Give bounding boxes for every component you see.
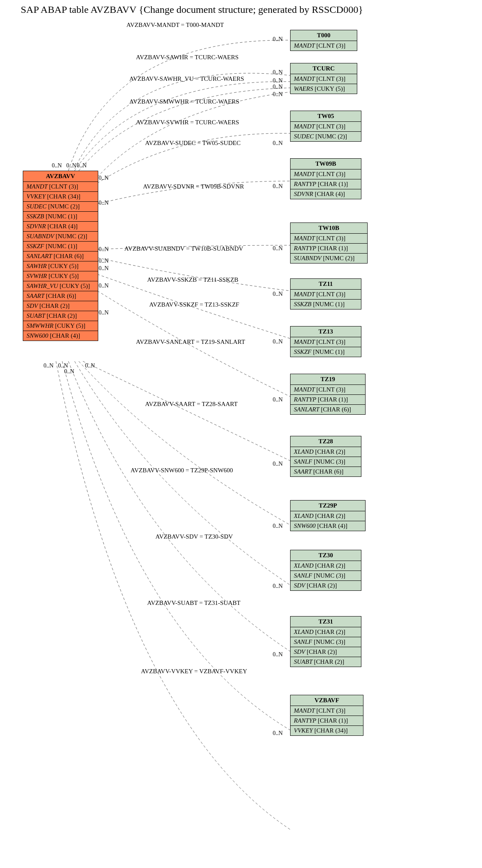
card-label: 0..N: [273, 461, 283, 467]
field-row: SAART [CHAR (6)]: [291, 467, 361, 476]
field-row: MANDT [CLNT (3)]: [291, 385, 365, 395]
field-row: SSKZF [NUMC (1)]: [291, 347, 361, 357]
field-row: SNW600 [CHAR (4)]: [23, 331, 98, 341]
field-row: SAWHR [CUKY (5)]: [23, 261, 98, 271]
entity-t000: T000 MANDT [CLNT (3)]: [290, 30, 357, 51]
card-label: 0..N: [273, 523, 283, 530]
field-row: SDV [CHAR (2)]: [291, 647, 361, 657]
card-label: 0..N: [44, 363, 53, 369]
rel-label: AVZBAVV-SAART = TZ28-SAART: [145, 401, 237, 408]
rel-label: AVZBAVV-SNW600 = TZ29P-SNW600: [131, 467, 233, 474]
rel-label: AVZBAVV-SVWHR = TCURC-WAERS: [136, 119, 239, 126]
rel-label: AVZBAVV-SAWHR = TCURC-WAERS: [136, 54, 239, 61]
field-row: MANDT [CLNT (3)]: [291, 169, 361, 179]
entity-tz28: TZ28 XLAND [CHAR (2)]SANLF [NUMC (3)]SAA…: [290, 436, 361, 477]
card-label: 0..N: [99, 246, 109, 253]
field-row: SANLART [CHAR (6)]: [23, 251, 98, 261]
field-row: SANLF [NUMC (3)]: [291, 571, 361, 581]
entity-tz29p: TZ29P XLAND [CHAR (2)]SNW600 [CHAR (4)]: [290, 500, 366, 531]
field-row: SDV [CHAR (2)]: [23, 301, 98, 311]
field-row: SUABNDV [NUMC (2)]: [291, 254, 367, 263]
entity-header: AVZBAVV: [23, 171, 98, 182]
field-row: VVKEY [CHAR (34)]: [23, 192, 98, 202]
field-row: SSKZF [NUMC (1)]: [23, 242, 98, 251]
field-row: RANTYP [CHAR (1)]: [291, 179, 361, 189]
field-row: WAERS [CUKY (5)]: [291, 84, 357, 94]
card-label: 0..N: [99, 258, 109, 264]
card-label: 0..N: [99, 283, 109, 289]
field-row: MANDT [CLNT (3)]: [291, 337, 361, 347]
field-row: SVWHR [CUKY (5)]: [23, 271, 98, 281]
card-label: 0..N: [273, 91, 283, 98]
rel-label: AVZBAVV-SSKZB = TZ11-SSKZB: [147, 276, 238, 283]
field-row: SUDEC [NUMC (2)]: [23, 202, 98, 212]
field-row: RANTYP [CHAR (1)]: [291, 395, 365, 405]
field-row: SNW600 [CHAR (4)]: [291, 521, 365, 531]
field-row: XLAND [CHAR (2)]: [291, 561, 361, 571]
card-label: 0..N: [52, 162, 62, 169]
card-label: 0..N: [77, 162, 87, 169]
rel-label: AVZBAVV-SANLART = TZ19-SANLART: [136, 338, 245, 346]
field-row: MANDT [CLNT (3)]: [291, 706, 363, 716]
entity-tcurc: TCURC MANDT [CLNT (3)]WAERS [CUKY (5)]: [290, 63, 357, 94]
field-row: XLAND [CHAR (2)]: [291, 511, 365, 521]
card-label: 0..N: [64, 368, 74, 375]
field-row: SUDEC [NUMC (2)]: [291, 132, 361, 141]
field-row: XLAND [CHAR (2)]: [291, 447, 361, 457]
rel-label: AVZBAVV-MANDT = T000-MANDT: [126, 22, 224, 29]
card-label: 0..N: [99, 265, 109, 272]
card-label: 0..N: [273, 183, 283, 190]
rel-label: AVZBAVV-SSKZF = TZ13-SSKZF: [149, 301, 239, 308]
card-label: 0..N: [273, 245, 283, 252]
card-label: 0..N: [273, 69, 283, 76]
field-row: MANDT [CLNT (3)]: [291, 290, 361, 300]
field-row: RANTYP [CHAR (1)]: [291, 716, 363, 726]
rel-label: AVZBAVV-SUABT = TZ31-SUABT: [147, 600, 240, 607]
field-row: SUABT [CHAR (2)]: [23, 311, 98, 321]
field-row: SUABT [CHAR (2)]: [291, 657, 361, 667]
entity-tw10b: TW10B MANDT [CLNT (3)]RANTYP [CHAR (1)]S…: [290, 222, 368, 264]
diagram-title: SAP ABAP table AVZBAVV {Change document …: [4, 4, 482, 15]
field-row: SSKZB [NUMC (1)]: [291, 300, 361, 309]
field-row: SAART [CHAR (6)]: [23, 291, 98, 301]
field-row: RANTYP [CHAR (1)]: [291, 244, 367, 254]
card-label: 0..N: [99, 200, 109, 206]
field-row: SDVNR [CHAR (4)]: [291, 189, 361, 199]
field-row: XLAND [CHAR (2)]: [291, 627, 361, 637]
card-label: 0..N: [66, 162, 76, 169]
field-row: SANLF [NUMC (3)]: [291, 637, 361, 647]
field-row: SMWWHR [CUKY (5)]: [23, 321, 98, 331]
erd-canvas: AVZBAVV MANDT [CLNT (3)]VVKEY [CHAR (34)…: [4, 17, 478, 863]
card-label: 0..N: [273, 291, 283, 297]
field-row: MANDT [CLNT (3)]: [291, 74, 357, 84]
entity-tz19: TZ19 MANDT [CLNT (3)]RANTYP [CHAR (1)]SA…: [290, 374, 366, 415]
card-label: 0..N: [99, 175, 109, 181]
field-row: MANDT [CLNT (3)]: [23, 182, 98, 192]
rel-label: AVZBAVV-SUDEC = TW05-SUDEC: [145, 140, 240, 147]
field-row: MANDT [CLNT (3)]: [291, 234, 367, 244]
field-row: MANDT [CLNT (3)]: [291, 41, 357, 51]
card-label: 0..N: [273, 77, 283, 84]
rel-label: AVZBAVV-SAWHR_VU = TCURC-WAERS: [129, 75, 244, 82]
card-label: 0..N: [85, 363, 95, 369]
field-row: MANDT [CLNT (3)]: [291, 122, 361, 132]
field-row: SDV [CHAR (2)]: [291, 581, 361, 590]
entity-tz31: TZ31 XLAND [CHAR (2)]SANLF [NUMC (3)]SDV…: [290, 616, 361, 667]
card-label: 0..N: [273, 140, 283, 147]
field-row: SUABNDV [NUMC (2)]: [23, 232, 98, 242]
card-label: 0..N: [273, 84, 283, 90]
field-row: SSKZB [NUMC (1)]: [23, 212, 98, 222]
entity-tz13: TZ13 MANDT [CLNT (3)]SSKZF [NUMC (1)]: [290, 326, 361, 357]
entity-avzbavv: AVZBAVV MANDT [CLNT (3)]VVKEY [CHAR (34)…: [23, 171, 98, 341]
rel-label: AVZBAVV-SDV = TZ30-SDV: [155, 533, 233, 540]
rel-label: AVZBAVV-VVKEY = VZBAVF-VVKEY: [141, 668, 247, 675]
field-row: SAWHR_VU [CUKY (5)]: [23, 281, 98, 291]
card-label: 0..N: [273, 36, 283, 43]
rel-label: AVZBAVV-SDVNR = TW09B-SDVNR: [143, 183, 244, 190]
rel-label: AVZBAVV-SUABNDV = TW10B-SUABNDV: [124, 245, 243, 252]
field-row: VVKEY [CHAR (34)]: [291, 726, 363, 735]
card-label: 0..N: [273, 583, 283, 590]
card-label: 0..N: [273, 730, 283, 737]
field-row: SDVNR [CHAR (4)]: [23, 222, 98, 232]
field-row: SANLART [CHAR (6)]: [291, 405, 365, 414]
